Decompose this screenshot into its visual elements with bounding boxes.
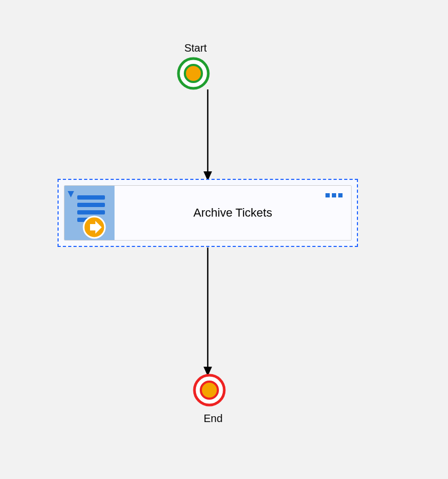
list-action-icon xyxy=(64,186,115,241)
dot-icon xyxy=(325,193,330,197)
svg-rect-7 xyxy=(77,210,105,214)
end-node-icon xyxy=(193,374,226,407)
task-body: Archive Tickets xyxy=(115,186,351,240)
task-node[interactable]: Archive Tickets xyxy=(64,185,352,241)
end-node[interactable] xyxy=(193,374,226,407)
svg-rect-6 xyxy=(77,203,105,207)
start-node-icon xyxy=(177,57,210,90)
connector-task-to-end xyxy=(192,247,224,376)
start-node[interactable] xyxy=(177,57,210,90)
svg-rect-5 xyxy=(77,195,105,200)
task-icon-area xyxy=(64,186,115,240)
task-selection-outline: Archive Tickets xyxy=(58,179,358,247)
svg-marker-4 xyxy=(68,191,74,197)
svg-point-1 xyxy=(185,65,202,82)
workflow-canvas[interactable]: Start xyxy=(0,0,448,479)
start-label: Start xyxy=(180,42,211,54)
end-label: End xyxy=(197,412,229,425)
dot-icon xyxy=(338,193,343,197)
svg-point-13 xyxy=(201,382,218,399)
task-title: Archive Tickets xyxy=(193,206,272,220)
connector-start-to-task xyxy=(192,89,224,181)
task-menu-button[interactable] xyxy=(325,193,343,197)
dot-icon xyxy=(332,193,336,197)
